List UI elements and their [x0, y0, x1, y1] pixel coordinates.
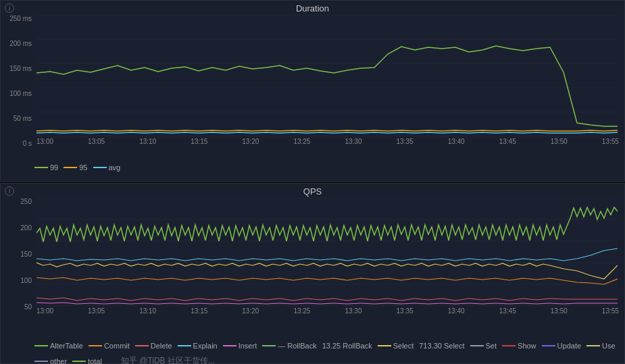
duration-avg-line — [36, 132, 618, 133]
watermark-text: 知乎 @TiDB 社区干货传... — [121, 355, 215, 364]
legend-line-use — [586, 345, 600, 346]
main-container: i Duration 250 ms 200 ms 150 ms 100 ms 5… — [0, 0, 625, 364]
info-icon-qps[interactable]: i — [5, 186, 14, 196]
info-icon-duration[interactable]: i — [5, 3, 14, 13]
duration-panel: i Duration 250 ms 200 ms 150 ms 100 ms 5… — [0, 0, 625, 182]
legend-item-delete: Delete — [135, 342, 172, 350]
legend-label-use: Use — [602, 342, 616, 350]
duration-chart-inner: 13:00 13:05 13:10 13:15 13:20 13:25 13:3… — [36, 15, 619, 147]
legend-line-95 — [64, 167, 77, 168]
qps-y-200: 200 — [20, 224, 32, 232]
x-label-1340: 13:40 — [448, 138, 465, 145]
y-label-250ms: 250 ms — [9, 15, 32, 22]
qps-x-1320: 13:20 — [242, 307, 259, 315]
duration-legend: 99 95 avg — [1, 161, 624, 174]
qps-y-50: 50 — [24, 303, 32, 311]
qps-title: QPS — [1, 184, 624, 198]
y-label-50ms: 50 ms — [14, 115, 32, 122]
legend-item-use: Use — [586, 342, 616, 350]
legend-label-95: 95 — [79, 163, 87, 172]
legend-item-commit: Commit — [89, 342, 130, 350]
legend-label-avg: avg — [109, 163, 121, 172]
qps-y-150: 150 — [20, 251, 32, 258]
qps-x-1315: 13:15 — [191, 307, 207, 315]
y-label-150ms: 150 ms — [9, 65, 32, 72]
legend-label-show: Show — [518, 342, 536, 350]
select-value: 713.30 Select — [419, 342, 464, 350]
legend-item-explain: Explain — [178, 342, 218, 350]
legend-label-total: total — [88, 357, 102, 365]
qps-x-1340: 13:40 — [448, 307, 465, 315]
qps-x-1335: 13:35 — [397, 307, 414, 315]
legend-line-show — [502, 345, 516, 346]
duration-title: Duration — [1, 1, 624, 15]
qps-y-100: 100 — [20, 277, 32, 284]
qps-x-1305: 13:05 — [88, 307, 105, 315]
legend-item-total: total — [72, 357, 102, 365]
legend-line-select — [378, 345, 391, 346]
y-label-0s: 0 s — [23, 140, 32, 147]
legend-item-show: Show — [502, 342, 536, 350]
x-label-1305: 13:05 — [88, 138, 105, 145]
duration-95-line — [36, 130, 618, 131]
legend-label-99: 99 — [50, 163, 58, 172]
qps-svg — [36, 198, 618, 306]
x-label-1335: 13:35 — [397, 138, 414, 145]
duration-y-axis: 250 ms 200 ms 150 ms 100 ms 50 ms 0 s — [6, 15, 34, 148]
y-label-100ms: 100 ms — [9, 90, 32, 97]
legend-item-other: other — [34, 357, 67, 365]
duration-svg — [36, 15, 618, 136]
legend-item-set: Set — [470, 342, 497, 350]
duration-chart-area: 250 ms 200 ms 150 ms 100 ms 50 ms 0 s — [6, 15, 619, 161]
legend-line-delete — [135, 345, 149, 346]
x-label-1345: 13:45 — [499, 138, 516, 145]
svg-rect-1 — [36, 15, 618, 136]
legend-label-update: Update — [557, 342, 581, 350]
legend-label-commit: Commit — [104, 342, 130, 350]
legend-label-other: other — [50, 357, 67, 365]
legend-item-update: Update — [542, 342, 581, 350]
qps-legend: AlterTable Commit Delete Explain Insert … — [1, 340, 624, 364]
qps-x-axis: 13:00 13:05 13:10 13:15 13:20 13:25 13:3… — [36, 306, 619, 316]
x-label-1300: 13:00 — [36, 138, 53, 145]
legend-line-avg — [93, 167, 107, 168]
legend-line-other — [34, 361, 48, 362]
legend-label-altertable: AlterTable — [50, 342, 83, 350]
legend-item-altertable: AlterTable — [34, 342, 83, 350]
legend-line-rollback — [262, 345, 276, 346]
legend-line-altertable — [34, 345, 48, 346]
legend-label-explain: Explain — [193, 342, 218, 350]
qps-x-1330: 13:30 — [345, 307, 361, 315]
legend-line-update — [542, 345, 555, 346]
legend-item-99: 99 — [34, 163, 58, 172]
legend-line-set — [470, 345, 484, 346]
legend-label-insert: Insert — [239, 342, 257, 350]
legend-label-delete: Delete — [151, 342, 172, 350]
legend-label-rollback: — RollBack — [278, 342, 316, 350]
qps-y-250: 250 — [20, 198, 32, 205]
legend-item-rollback: — RollBack — [262, 342, 316, 350]
legend-label-select: Select — [393, 342, 414, 350]
svg-rect-8 — [36, 198, 618, 306]
legend-item-avg: avg — [93, 163, 121, 172]
x-label-1310: 13:10 — [139, 138, 156, 145]
qps-x-1325: 13:25 — [293, 307, 310, 315]
legend-item-insert: Insert — [223, 342, 257, 350]
qps-chart-inner: 13:00 13:05 13:10 13:15 13:20 13:25 13:3… — [36, 198, 619, 316]
qps-panel: i QPS 250 200 150 100 50 — [0, 183, 625, 365]
x-label-1330: 13:30 — [345, 138, 361, 145]
x-label-1315: 13:15 — [191, 138, 207, 145]
qps-x-1355: 13:55 — [602, 307, 619, 315]
qps-x-1300: 13:00 — [36, 307, 53, 315]
qps-x-1350: 13:50 — [551, 307, 568, 315]
y-label-200ms: 200 ms — [9, 40, 32, 47]
rollback-value: 13.25 RollBack — [322, 342, 372, 350]
legend-line-explain — [178, 345, 191, 346]
legend-line-insert — [223, 345, 236, 346]
x-label-1325: 13:25 — [293, 138, 310, 145]
legend-label-set: Set — [486, 342, 497, 350]
legend-line-commit — [89, 345, 102, 346]
legend-item-95: 95 — [64, 163, 87, 172]
legend-line-total — [72, 361, 86, 362]
qps-x-1345: 13:45 — [499, 307, 516, 315]
